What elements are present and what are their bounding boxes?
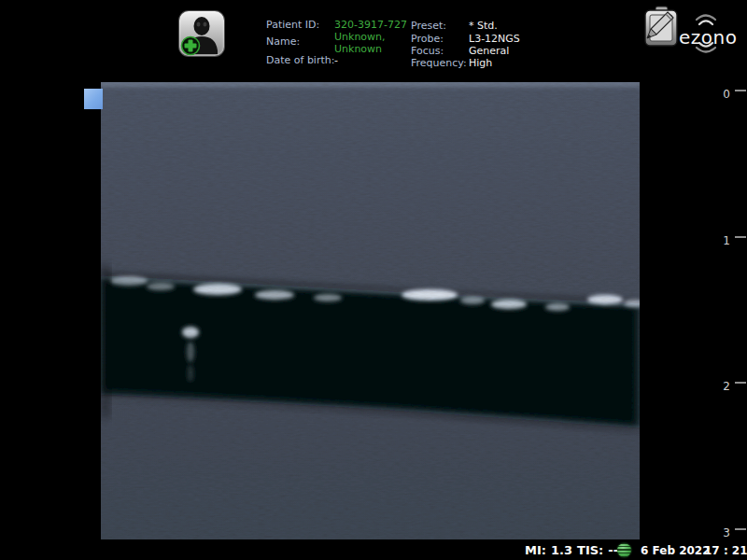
patient-name-value-line2: Unknown (334, 43, 382, 55)
status-time: 17 : 21 (704, 544, 747, 557)
tis-label: TIS: (577, 543, 603, 557)
depth-tick-3 (735, 528, 746, 530)
battery-status-icon (617, 543, 631, 557)
depth-label-0: 0 (717, 88, 730, 101)
ultrasound-tissue-speckle (101, 82, 640, 539)
preset-value: * Std. (469, 20, 498, 32)
orientation-marker (84, 89, 103, 109)
clipboard-pencil-icon (642, 6, 680, 50)
frequency-value: High (469, 57, 492, 69)
depth-tick-2 (735, 382, 746, 384)
mi-value: 1.3 (551, 543, 572, 557)
app-background: { "header": { "patient": { "id_label": "… (0, 0, 747, 560)
frequency-label: Frequency: (411, 57, 467, 69)
preset-label: Preset: (411, 20, 446, 32)
patient-id-value: 320-3917-727 (334, 19, 407, 31)
status-date: 6 Feb 2022 (641, 544, 711, 557)
patient-id-label: Patient ID: (266, 19, 319, 31)
depth-label-3: 3 (717, 526, 730, 539)
probe-value: L3-12NGS (469, 33, 520, 45)
mi-label: MI: (525, 543, 546, 557)
patient-dob-value: - (334, 54, 338, 66)
ultrasound-image (101, 82, 640, 539)
patient-avatar-icon (179, 11, 224, 56)
probe-label: Probe: (411, 33, 444, 45)
patient-info-button[interactable] (179, 11, 224, 56)
depth-tick-1 (735, 236, 746, 238)
patient-name-label: Name: (266, 35, 300, 48)
brand-soundwave-icon (687, 7, 725, 60)
depth-label-2: 2 (717, 380, 730, 393)
patient-dob-label: Date of birth: (266, 54, 334, 66)
green-cross-badge (182, 37, 200, 55)
acoustic-output-readout: MI: 1.3 TIS: -- (525, 543, 618, 557)
exam-data-button[interactable] (642, 6, 680, 54)
depth-label-1: 1 (717, 234, 730, 247)
depth-tick-0 (735, 90, 746, 91)
status-bar (0, 539, 747, 560)
focus-label: Focus: (411, 45, 444, 57)
focus-value: General (469, 45, 509, 57)
patient-name-value-line1: Unknown, (334, 31, 386, 43)
